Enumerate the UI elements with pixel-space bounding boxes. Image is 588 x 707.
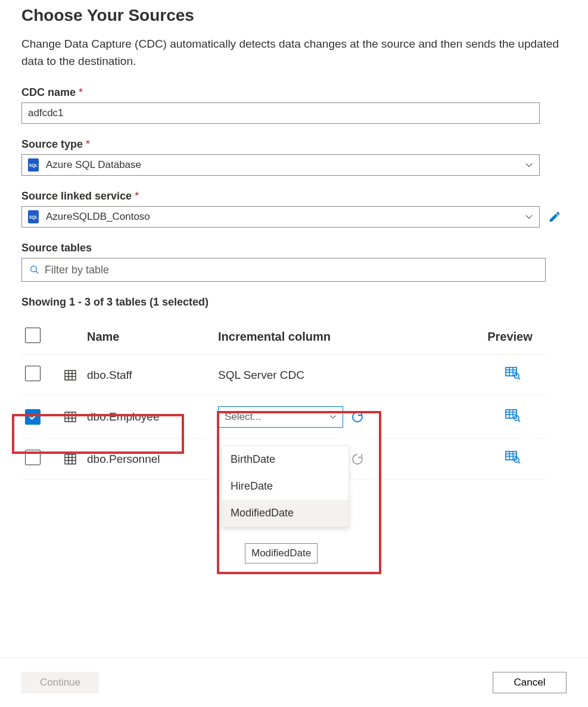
preview-button[interactable] [505,451,521,464]
linked-service-select[interactable]: SQL AzureSQLDB_Contoso [21,206,540,228]
continue-button[interactable]: Continue [21,672,99,693]
svg-line-13 [518,378,520,379]
preview-button[interactable] [505,367,521,380]
row-checkbox[interactable] [25,409,41,425]
source-type-label: Source type * [21,138,567,151]
chevron-down-icon [525,213,533,221]
table-name: dbo.Employee [87,395,218,439]
preview-icon [505,367,521,380]
pencil-icon [548,210,561,223]
column-header-name: Name [87,322,218,355]
row-checkbox[interactable] [25,366,41,381]
checkmark-icon [28,412,38,422]
source-tables-label: Source tables [21,242,567,254]
preview-button[interactable] [505,409,521,422]
table-icon [63,452,87,466]
sql-database-icon: SQL [28,210,39,223]
svg-rect-2 [65,370,76,380]
column-header-incremental: Incremental column [218,322,480,355]
source-type-select[interactable]: SQL Azure SQL Database [21,154,540,176]
chevron-down-icon [329,413,337,421]
dropdown-option[interactable]: ModifiedDate [222,500,349,527]
row-checkbox[interactable] [25,450,41,465]
required-marker: * [79,86,83,98]
linked-service-label: Source linked service * [21,190,567,203]
incremental-column-dropdown: BirthDate HireDate ModifiedDate [222,446,349,527]
filter-input[interactable]: Filter by table [21,258,546,282]
column-header-preview: Preview [480,322,546,355]
cancel-button[interactable]: Cancel [493,672,567,693]
svg-point-0 [31,266,37,272]
table-name: dbo.Personnel [87,439,218,479]
svg-line-37 [518,462,520,463]
select-all-checkbox[interactable] [25,328,41,343]
cdc-name-label: CDC name * [21,86,567,99]
svg-line-1 [36,271,38,273]
svg-rect-26 [65,454,76,464]
cdc-name-input[interactable]: adfcdc1 [21,102,540,124]
page-title: Choose Your Sources [21,6,567,25]
page-description: Change Data Capture (CDC) automatically … [21,36,567,70]
required-marker: * [135,190,139,202]
tooltip: ModifiedDate [245,543,318,563]
refresh-button[interactable] [350,410,365,424]
table-name: dbo.Staff [87,355,218,395]
required-marker: * [86,138,90,150]
table-row: dbo.Employee Select... [21,395,546,439]
preview-icon [505,451,521,464]
chevron-down-icon [525,161,533,169]
search-icon [29,264,40,275]
sql-database-icon: SQL [28,158,39,172]
refresh-icon [350,410,365,424]
refresh-button[interactable] [350,452,365,466]
preview-icon [505,409,521,422]
svg-line-25 [518,420,520,422]
refresh-icon [350,452,365,466]
dropdown-option[interactable]: BirthDate [222,446,349,473]
table-icon [63,368,87,382]
footer: Continue Cancel [0,657,588,707]
dropdown-option[interactable]: HireDate [222,473,349,500]
table-icon [63,410,87,424]
table-row: dbo.Staff SQL Server CDC [21,355,546,395]
svg-rect-14 [65,412,76,422]
edit-linked-service-button[interactable] [548,210,561,223]
incremental-value: SQL Server CDC [218,355,480,395]
incremental-column-select[interactable]: Select... [218,406,343,428]
table-count-text: Showing 1 - 3 of 3 tables (1 selected) [21,296,567,309]
